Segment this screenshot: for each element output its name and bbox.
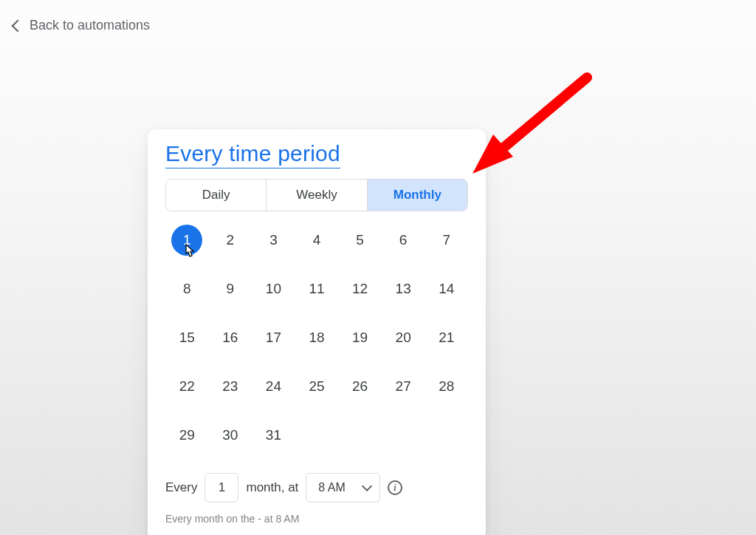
day-cell[interactable]: 17: [252, 322, 295, 353]
day-cell[interactable]: 3: [252, 225, 295, 256]
time-selected-value: 8 AM: [318, 481, 345, 494]
day-cell[interactable]: 30: [209, 420, 252, 451]
day-cell[interactable]: 31: [252, 420, 295, 451]
day-cell[interactable]: 10: [252, 273, 295, 304]
info-icon[interactable]: i: [388, 480, 402, 495]
day-cell[interactable]: 16: [209, 322, 252, 353]
frequency-row: Every 1 month, at 8 AM i: [165, 473, 468, 502]
day-cell[interactable]: 8: [165, 273, 209, 304]
freq-unit-label: month, at: [246, 480, 298, 495]
chevron-left-icon: [12, 19, 24, 32]
day-cell[interactable]: 5: [338, 225, 382, 256]
day-cell[interactable]: 14: [425, 273, 468, 304]
frequency-number-input[interactable]: 1: [205, 473, 238, 502]
day-cell[interactable]: 11: [295, 273, 339, 304]
day-cell[interactable]: 24: [252, 371, 295, 402]
day-cell[interactable]: 15: [165, 322, 209, 353]
back-label: Back to automations: [30, 18, 150, 33]
day-cell[interactable]: 19: [338, 322, 382, 353]
day-cell[interactable]: 9: [209, 273, 252, 304]
chevron-down-icon: [362, 481, 372, 491]
day-cell[interactable]: 25: [295, 371, 339, 402]
day-cell[interactable]: 29: [165, 420, 209, 451]
day-cell[interactable]: 26: [338, 371, 382, 402]
day-cell[interactable]: 28: [425, 371, 468, 402]
time-period-card: Every time period Daily Weekly Monthly 1…: [148, 129, 486, 535]
day-cell[interactable]: 2: [209, 225, 252, 256]
back-to-automations-link[interactable]: Back to automations: [13, 18, 150, 33]
day-cell[interactable]: 27: [382, 371, 425, 402]
day-cell[interactable]: 20: [382, 322, 425, 353]
tab-monthly[interactable]: Monthly: [367, 180, 467, 211]
day-cell[interactable]: 4: [295, 225, 339, 256]
day-cell[interactable]: 21: [425, 322, 468, 353]
tab-daily[interactable]: Daily: [166, 180, 266, 211]
day-cell[interactable]: 18: [295, 322, 339, 353]
day-cell[interactable]: 6: [382, 225, 425, 256]
schedule-summary: Every month on the - at 8 AM: [165, 513, 468, 525]
svg-line-0: [495, 78, 587, 155]
period-tabs: Daily Weekly Monthly: [165, 179, 468, 211]
day-cell[interactable]: 12: [338, 273, 382, 304]
day-cell[interactable]: 22: [165, 371, 209, 402]
day-cell[interactable]: 7: [425, 225, 468, 256]
cursor-pointer-icon: [182, 244, 196, 260]
day-cell[interactable]: 23: [209, 371, 252, 402]
tab-weekly[interactable]: Weekly: [266, 180, 366, 211]
day-grid: 1234567891011121314151617181920212223242…: [165, 225, 468, 451]
day-cell[interactable]: 13: [382, 273, 425, 304]
frequency-number-value: 1: [219, 480, 225, 495]
freq-prefix: Every: [165, 480, 197, 495]
day-cell[interactable]: 1: [165, 225, 209, 256]
time-select[interactable]: 8 AM: [306, 473, 379, 502]
card-title[interactable]: Every time period: [165, 141, 340, 168]
